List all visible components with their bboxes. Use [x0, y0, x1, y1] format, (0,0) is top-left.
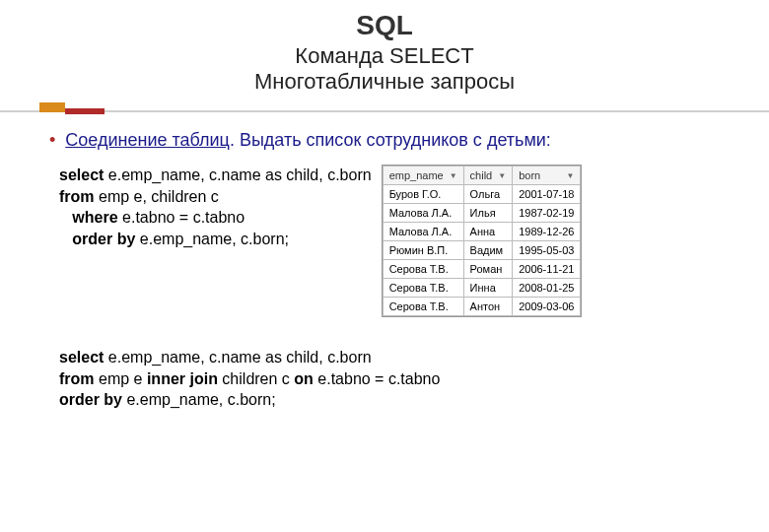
col-empname[interactable]: emp_name▼	[383, 166, 463, 185]
table-row: Малова Л.А.Илья1987-02-19	[383, 204, 581, 223]
slide-title: SQL	[49, 10, 720, 41]
sort-arrow-icon: ▼	[450, 171, 457, 180]
table-row: Серова Т.В.Инна2008-01-25	[383, 279, 581, 298]
sort-arrow-icon: ▼	[498, 171, 506, 180]
divider	[49, 102, 720, 120]
sql-query-1: select e.emp_name, c.name as child, c.bo…	[59, 165, 372, 249]
table-body: Буров Г.О.Ольга2001-07-18 Малова Л.А.Иль…	[383, 185, 581, 316]
bullet-dot-icon: •	[49, 131, 55, 149]
result-table: emp_name▼ child▼ born▼ Буров Г.О.Ольга20…	[382, 165, 583, 317]
slide-subtitle-2: Многотабличные запросы	[49, 69, 720, 95]
sql-query-2: select e.emp_name, c.name as child, c.bo…	[59, 347, 720, 411]
col-born[interactable]: born▼	[513, 166, 581, 185]
bullet-text: Соединение таблиц. Выдать список сотрудн…	[65, 130, 551, 151]
bullet-rest: . Выдать список сотрудников с детьми:	[230, 130, 551, 150]
bullet-link: Соединение таблиц	[65, 130, 230, 150]
col-child[interactable]: child▼	[463, 166, 513, 185]
slide-subtitle-1: Команда SELECT	[49, 43, 720, 69]
table-row: Серова Т.В.Роман2006-11-21	[383, 260, 581, 279]
table-row: Рюмин В.П.Вадим1995-05-03	[383, 241, 581, 260]
table-row: Серова Т.В.Антон2009-03-06	[383, 298, 581, 316]
bullet-item: • Соединение таблиц. Выдать список сотру…	[49, 130, 720, 151]
table-row: Буров Г.О.Ольга2001-07-18	[383, 185, 581, 204]
sort-arrow-icon: ▼	[567, 171, 575, 180]
table-row: Малова Л.А.Анна1989-12-26	[383, 223, 581, 241]
table-header-row: emp_name▼ child▼ born▼	[383, 166, 581, 185]
